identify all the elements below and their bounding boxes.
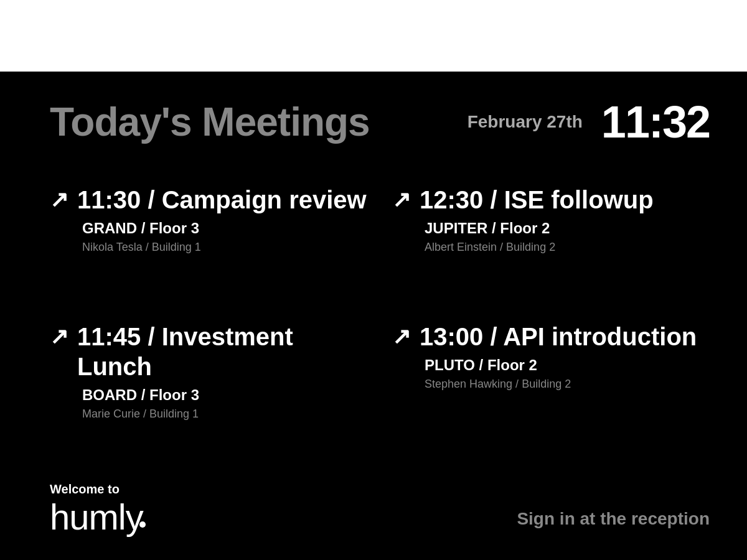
header-row: Today's Meetings February 27th 11:32 (50, 96, 710, 147)
meeting-item-1: ↗ 11:30 / Campaign review GRAND / Floor … (50, 172, 367, 309)
meeting-person-4: Stephen Hawking / Building 2 (425, 378, 710, 391)
meeting-title-4: 13:00 / API introduction (420, 322, 697, 352)
meeting-title-3: 11:45 / Investment Lunch (77, 322, 367, 381)
footer-row: Welcome to humly Sign in at the receptio… (50, 482, 710, 535)
meeting-title-row-4: ↗ 13:00 / API introduction (392, 322, 710, 352)
top-white-bar (0, 0, 747, 72)
welcome-label: Welcome to (50, 482, 143, 497)
arrow-icon-1: ↗ (50, 186, 68, 213)
meeting-person-1: Nikola Tesla / Building 1 (82, 241, 367, 254)
meeting-room-4: PLUTO / Floor 2 (425, 357, 710, 374)
meeting-title-1: 11:30 / Campaign review (77, 185, 367, 215)
main-container: Today's Meetings February 27th 11:32 ↗ 1… (0, 72, 747, 560)
arrow-icon-2: ↗ (392, 186, 411, 213)
meeting-title-row-3: ↗ 11:45 / Investment Lunch (50, 322, 367, 381)
welcome-section: Welcome to humly (50, 482, 143, 535)
meeting-room-2: JUPITER / Floor 2 (425, 220, 710, 237)
meeting-item-4: ↗ 13:00 / API introduction PLUTO / Floor… (392, 309, 710, 476)
meeting-item-2: ↗ 12:30 / ISE followup JUPITER / Floor 2… (392, 172, 710, 309)
arrow-icon-4: ↗ (392, 323, 411, 350)
brand-logo: humly (50, 499, 143, 535)
current-time: 11:32 (601, 96, 710, 147)
meeting-room-1: GRAND / Floor 3 (82, 220, 367, 237)
arrow-icon-3: ↗ (50, 323, 68, 350)
meeting-title-2: 12:30 / ISE followup (420, 185, 654, 215)
meeting-person-2: Albert Einstein / Building 2 (425, 241, 710, 254)
date-label: February 27th (467, 112, 583, 132)
meeting-person-3: Marie Curie / Building 1 (82, 408, 367, 421)
header-right: February 27th 11:32 (467, 96, 710, 147)
meeting-title-row-1: ↗ 11:30 / Campaign review (50, 185, 367, 215)
meeting-title-row-2: ↗ 12:30 / ISE followup (392, 185, 710, 215)
logo-dot (139, 521, 146, 528)
page-title: Today's Meetings (50, 99, 370, 145)
meeting-room-3: BOARD / Floor 3 (82, 386, 367, 404)
sign-in-text: Sign in at the reception (517, 509, 710, 529)
meeting-item-3: ↗ 11:45 / Investment Lunch BOARD / Floor… (50, 309, 367, 476)
meetings-grid: ↗ 11:30 / Campaign review GRAND / Floor … (50, 172, 710, 476)
